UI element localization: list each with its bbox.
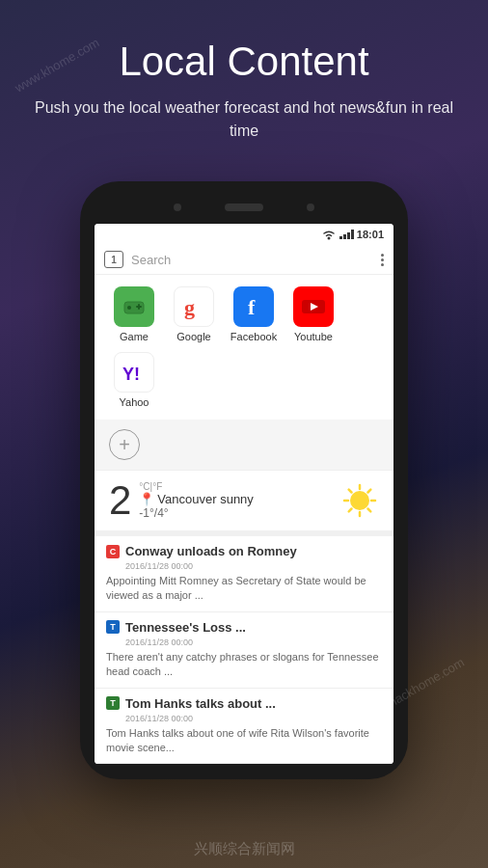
news-excerpt-1: Appointing Mitt Romney as Secretary of S… — [106, 574, 382, 604]
facebook-svg: f — [240, 293, 267, 320]
wifi-icon — [321, 229, 337, 240]
news-section: C Conway unloads on Romney 2016/11/28 00… — [95, 530, 393, 764]
add-shortcut-button[interactable]: + — [109, 429, 140, 460]
svg-text:f: f — [248, 295, 256, 319]
signal-bar-3 — [347, 232, 350, 239]
weather-location: 📍 Vancouver sunny — [139, 492, 333, 506]
youtube-svg — [300, 293, 327, 320]
camera-dot-2 — [307, 203, 314, 211]
header-section: Local Content Push you the local weather… — [0, 0, 488, 152]
svg-line-18 — [368, 490, 371, 493]
news-item-2-header: T Tennessee's Loss ... — [106, 620, 382, 635]
phone-screen: 18:01 1 Search — [95, 224, 393, 764]
news-title-1: Conway unloads on Romney — [125, 544, 297, 558]
status-bar: 18:01 — [95, 224, 393, 245]
yahoo-app-label: Yahoo — [120, 396, 149, 408]
google-app-icon: g — [174, 286, 214, 327]
menu-dots-button[interactable] — [381, 254, 384, 266]
news-icon-2: T — [106, 620, 120, 634]
page-subtitle: Push you the local weather forecast and … — [19, 96, 469, 143]
game-app-icon — [114, 286, 154, 327]
news-item-1[interactable]: C Conway unloads on Romney 2016/11/28 00… — [95, 536, 393, 612]
search-bar[interactable]: 1 Search — [95, 245, 393, 275]
weather-temp-range: -1°/4° — [139, 506, 333, 520]
youtube-app-label: Youtube — [294, 331, 333, 342]
app-item-youtube[interactable]: Youtube — [288, 286, 339, 342]
svg-text:Y!: Y! — [122, 365, 140, 384]
news-excerpt-2: There aren't any catchy phrases or sloga… — [106, 650, 382, 680]
signal-bar-4 — [351, 230, 354, 239]
news-item-1-header: C Conway unloads on Romney — [106, 544, 382, 558]
sun-icon — [340, 481, 379, 520]
google-svg: g — [180, 293, 207, 320]
news-item-3-header: T Tom Hanks talks about ... — [106, 696, 382, 711]
app-item-yahoo[interactable]: Y! Yahoo — [109, 352, 159, 408]
facebook-app-icon: f — [233, 286, 274, 327]
phone-top-bar — [95, 196, 393, 219]
camera-dot — [174, 203, 181, 211]
svg-line-19 — [349, 509, 352, 512]
news-item-3[interactable]: T Tom Hanks talks about ... 2016/11/28 0… — [95, 689, 393, 764]
svg-line-17 — [368, 509, 371, 512]
youtube-app-icon — [293, 286, 334, 327]
svg-point-3 — [127, 306, 131, 310]
search-input[interactable]: Search — [131, 253, 373, 267]
svg-line-16 — [349, 490, 352, 493]
app-item-facebook[interactable]: f Facebook — [229, 286, 279, 342]
phone-body: 18:01 1 Search — [80, 181, 408, 779]
svg-point-0 — [327, 237, 330, 240]
temperature-display: 2 — [109, 480, 131, 521]
news-date-2: 2016/11/28 00:00 — [125, 637, 382, 647]
weather-section: 2 °C|°F 📍 Vancouver sunny -1°/4° — [95, 470, 393, 530]
news-title-2: Tennessee's Loss ... — [125, 620, 246, 635]
tab-count[interactable]: 1 — [104, 251, 123, 268]
news-item-2[interactable]: T Tennessee's Loss ... 2016/11/28 00:00 … — [95, 612, 393, 689]
news-icon-3: T — [106, 696, 120, 710]
facebook-app-label: Facebook — [230, 331, 277, 342]
app-item-game[interactable]: Game — [109, 286, 159, 342]
signal-bar-2 — [343, 234, 346, 239]
app-item-google[interactable]: g Google — [169, 286, 219, 342]
svg-text:g: g — [184, 295, 195, 319]
page-title: Local Content — [19, 39, 469, 85]
news-title-3: Tom Hanks talks about ... — [125, 696, 276, 711]
game-svg — [122, 295, 146, 318]
phone-mockup: 18:01 1 Search — [0, 181, 488, 779]
status-time: 18:01 — [357, 229, 384, 240]
app-icons-grid: Game g Google f — [95, 275, 393, 420]
google-app-label: Google — [176, 331, 210, 342]
yahoo-svg: Y! — [121, 359, 148, 386]
signal-bar-1 — [339, 236, 342, 239]
svg-point-11 — [350, 491, 369, 510]
news-date-3: 2016/11/28 00:00 — [125, 714, 382, 723]
weather-info: °C|°F 📍 Vancouver sunny -1°/4° — [139, 481, 333, 520]
chinese-watermark: 兴顺综合新闻网 — [0, 840, 488, 858]
status-icons: 18:01 — [321, 229, 384, 240]
weather-unit: °C|°F — [139, 481, 333, 492]
speaker — [225, 203, 263, 211]
news-date-1: 2016/11/28 00:00 — [125, 561, 382, 571]
svg-rect-5 — [138, 304, 140, 310]
signal-bars — [339, 230, 354, 239]
news-excerpt-3: Tom Hanks talks about one of wife Rita W… — [106, 726, 382, 756]
yahoo-app-icon: Y! — [114, 352, 154, 393]
news-icon-1: C — [106, 545, 120, 558]
game-app-label: Game — [120, 331, 149, 342]
